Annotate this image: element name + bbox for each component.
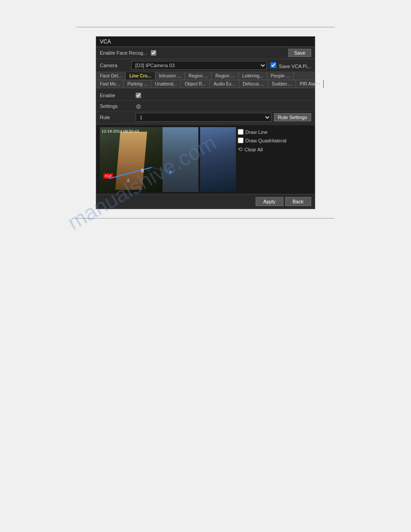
draw-quad-checkbox[interactable]	[238, 137, 244, 143]
rule-settings-button[interactable]: Rule Settings	[274, 113, 311, 121]
tab-intrusion[interactable]: Intrusion ...	[155, 72, 185, 80]
enable-face-checkbox[interactable]	[149, 50, 158, 56]
tab-audio-ex[interactable]: Audio Ex...	[210, 80, 239, 88]
draw-line-label: Draw Line	[245, 129, 268, 135]
tab-line-cro[interactable]: Line Cro...	[126, 72, 155, 80]
form-section: Enable Settings ⚙ Rule 1 Rule Settings	[96, 88, 315, 125]
camera-label: Camera	[100, 63, 131, 68]
enable-row: Enable	[96, 90, 315, 101]
enable-checkbox[interactable]	[136, 93, 141, 98]
save-vca-checkbox[interactable]	[270, 62, 276, 68]
camera-row: Camera [D3] IPCamera 03 Save VCA Pi...	[96, 59, 315, 72]
draw-controls: Draw Line Draw Quadrilateral ⟲ Clear All	[238, 127, 311, 192]
rule-label: Rule	[100, 115, 136, 120]
rule-row: Rule 1 Rule Settings	[96, 112, 315, 124]
tab-object-r[interactable]: Object R...	[181, 80, 210, 88]
settings-label: Settings	[100, 103, 136, 109]
point-a: A	[127, 178, 130, 183]
enable-label: Enable	[100, 93, 136, 98]
video-main: 12-18-2014 09:50:43 #1# A B	[100, 127, 198, 192]
tab-sudden[interactable]: Sudden ...	[268, 80, 296, 88]
tab-defocus[interactable]: Defocus ...	[239, 80, 268, 88]
vca-title-bar: VCA	[96, 37, 315, 47]
gear-icon[interactable]: ⚙	[136, 103, 142, 109]
point-b: B	[141, 168, 144, 173]
clear-all-button[interactable]: ⟲ Clear All	[238, 146, 311, 153]
svg-marker-2	[169, 170, 173, 174]
enable-face-row: Enable Face Recog... Save	[96, 47, 315, 59]
camera-select[interactable]: [D3] IPCamera 03	[131, 61, 267, 70]
tab-loitering[interactable]: Loitering...	[239, 72, 267, 80]
tab-parking[interactable]: Parking ...	[124, 80, 151, 88]
tab-fast-mo[interactable]: Fast Mo...	[96, 80, 124, 88]
tab-unattend[interactable]: Unattend...	[151, 80, 181, 88]
top-divider	[76, 27, 335, 27]
video-line-svg	[100, 127, 198, 192]
draw-line-option[interactable]: Draw Line	[238, 129, 311, 135]
apply-button[interactable]: Apply	[256, 197, 283, 206]
clear-all-icon: ⟲	[238, 146, 243, 153]
tab-face-det[interactable]: Face Det...	[96, 72, 126, 80]
tabs-row-1: Face Det... Line Cro... Intrusion ... Re…	[96, 72, 315, 80]
rule-select[interactable]: 1	[136, 113, 271, 122]
tab-pir-alarm[interactable]: PIR Alarm	[296, 80, 324, 88]
tab-people[interactable]: People ...	[267, 72, 294, 80]
settings-row: Settings ⚙	[96, 101, 315, 112]
draw-quad-option[interactable]: Draw Quadrilateral	[238, 137, 311, 143]
back-button[interactable]: Back	[285, 197, 311, 206]
video-thumbnail	[200, 127, 236, 192]
bottom-bar: Apply Back	[96, 194, 315, 209]
draw-line-checkbox[interactable]	[238, 129, 244, 135]
tabs-row-2: Fast Mo... Parking ... Unattend... Objec…	[96, 80, 315, 88]
draw-quad-label: Draw Quadrilateral	[245, 138, 287, 143]
svg-line-0	[109, 167, 151, 179]
svg-line-1	[151, 167, 171, 172]
enable-face-label: Enable Face Recog...	[100, 50, 147, 56]
tab-region1[interactable]: Region ...	[185, 72, 212, 80]
tab-region2[interactable]: Region ...	[212, 72, 239, 80]
video-area: 12-18-2014 09:50:43 #1# A B	[96, 125, 315, 194]
bottom-divider	[76, 218, 335, 219]
save-vca-label: Save VCA Pi...	[270, 62, 311, 69]
vca-panel: VCA Enable Face Recog... Save Camera [D3…	[96, 36, 315, 209]
vca-title: VCA	[100, 39, 111, 45]
save-button[interactable]: Save	[288, 49, 311, 57]
clear-all-label: Clear All	[244, 147, 263, 152]
